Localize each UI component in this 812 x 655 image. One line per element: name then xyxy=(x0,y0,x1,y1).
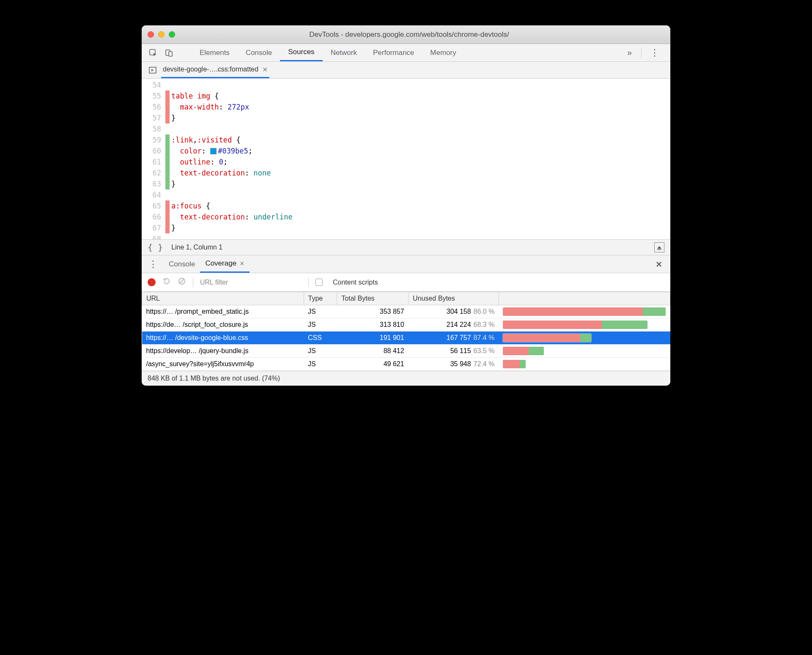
coverage-footer: 848 KB of 1.1 MB bytes are not used. (74… xyxy=(142,371,670,386)
url-filter-input[interactable]: URL filter xyxy=(200,279,302,286)
minimize-icon[interactable] xyxy=(158,31,165,38)
sidebar-toggle-icon[interactable] xyxy=(654,242,664,252)
cell-unused: 35 94872.4 % xyxy=(409,358,499,371)
drawer-tab-bar: ⋮ ConsoleCoverage× × xyxy=(142,255,670,273)
col-total[interactable]: Total Bytes xyxy=(337,292,409,305)
cell-url: https://develop… /jquery-bundle.js xyxy=(142,345,304,358)
cell-url: https://… /devsite-google-blue.css xyxy=(142,332,304,345)
cell-url: https://de… /script_foot_closure.js xyxy=(142,318,304,332)
col-unused[interactable]: Unused Bytes xyxy=(409,292,499,305)
table-row[interactable]: https://de… /script_foot_closure.jsJS313… xyxy=(142,318,670,332)
col-url[interactable]: URL xyxy=(142,292,304,305)
editor-statusbar: { } Line 1, Column 1 xyxy=(142,239,670,255)
svg-rect-4 xyxy=(657,249,661,250)
tab-sources[interactable]: Sources xyxy=(280,44,322,61)
file-tab[interactable]: devsite-google-….css:formatted × xyxy=(161,62,269,78)
cell-bar xyxy=(499,318,670,332)
col-type[interactable]: Type xyxy=(304,292,337,305)
cell-total: 191 901 xyxy=(337,332,409,345)
cell-type: JS xyxy=(304,358,337,371)
cell-url: https://… /prompt_embed_static.js xyxy=(142,305,304,318)
cell-total: 88 412 xyxy=(337,345,409,358)
svg-line-6 xyxy=(180,279,184,283)
content-scripts-checkbox[interactable] xyxy=(315,279,323,286)
drawer-close-icon[interactable]: × xyxy=(652,258,666,270)
navigator-toggle-icon[interactable] xyxy=(148,65,158,75)
main-toolbar: ElementsConsoleSourcesNetworkPerformance… xyxy=(142,44,670,62)
cell-unused: 56 11563.5 % xyxy=(409,345,499,358)
clear-icon[interactable] xyxy=(178,277,186,288)
coverage-table: URL Type Total Bytes Unused Bytes https:… xyxy=(142,292,670,371)
cell-bar xyxy=(499,345,670,358)
tab-performance[interactable]: Performance xyxy=(365,44,422,61)
device-toggle-icon[interactable] xyxy=(163,47,176,59)
maximize-icon[interactable] xyxy=(169,31,175,38)
titlebar: DevTools - developers.google.com/web/too… xyxy=(142,25,670,44)
kebab-menu-icon[interactable]: ⋮ xyxy=(644,47,665,58)
table-row[interactable]: https://… /prompt_embed_static.jsJS353 8… xyxy=(142,305,670,318)
close-icon[interactable] xyxy=(148,31,154,38)
file-tab-bar: devsite-google-….css:formatted × xyxy=(142,62,670,79)
cell-bar xyxy=(499,332,670,345)
cell-unused: 214 22468.3 % xyxy=(409,318,499,332)
cell-type: JS xyxy=(304,318,337,332)
more-tabs-icon[interactable]: » xyxy=(620,48,639,58)
coverage-toolbar: URL filter Content scripts xyxy=(142,273,670,292)
devtools-window: DevTools - developers.google.com/web/too… xyxy=(142,25,670,386)
cell-bar xyxy=(499,358,670,371)
tab-network[interactable]: Network xyxy=(323,44,365,61)
cell-total: 353 857 xyxy=(337,305,409,318)
coverage-gutter xyxy=(165,79,170,239)
content-scripts-label: Content scripts xyxy=(333,279,378,286)
pretty-print-icon[interactable]: { } xyxy=(148,242,163,252)
table-row[interactable]: https://develop… /jquery-bundle.jsJS88 4… xyxy=(142,345,670,358)
table-row[interactable]: /async_survey?site=ylj5ifxusvvmr4pJS49 6… xyxy=(142,358,670,371)
cell-unused: 167 75787.4 % xyxy=(409,332,499,345)
close-icon[interactable]: × xyxy=(263,65,268,74)
divider xyxy=(308,278,309,287)
tab-elements[interactable]: Elements xyxy=(192,44,238,61)
table-row[interactable]: https://… /devsite-google-blue.cssCSS191… xyxy=(142,332,670,345)
file-tab-label: devsite-google-….css:formatted xyxy=(163,66,258,73)
inspect-icon[interactable] xyxy=(147,47,159,59)
cell-bar xyxy=(499,305,670,318)
cursor-position: Line 1, Column 1 xyxy=(171,244,222,251)
cell-type: JS xyxy=(304,305,337,318)
code-editor[interactable]: 545556575859606162636465666768 table img… xyxy=(142,79,670,239)
tab-memory[interactable]: Memory xyxy=(422,44,464,61)
drawer-menu-icon[interactable]: ⋮ xyxy=(146,259,164,270)
svg-rect-2 xyxy=(169,52,172,56)
tab-console[interactable]: Console xyxy=(238,44,280,61)
close-icon[interactable]: × xyxy=(240,259,244,268)
divider xyxy=(193,278,193,287)
main-tabs: ElementsConsoleSourcesNetworkPerformance… xyxy=(192,44,620,61)
line-gutter: 545556575859606162636465666768 xyxy=(142,79,165,239)
window-title: DevTools - developers.google.com/web/too… xyxy=(175,30,664,39)
cell-type: CSS xyxy=(304,332,337,345)
cell-total: 313 810 xyxy=(337,318,409,332)
traffic-lights xyxy=(148,31,175,38)
cell-total: 49 621 xyxy=(337,358,409,371)
drawer-tab-coverage[interactable]: Coverage× xyxy=(200,255,249,273)
cell-unused: 304 15886.0 % xyxy=(409,305,499,318)
code-lines[interactable]: table img { max-width: 272px} :link,:vis… xyxy=(170,79,293,239)
drawer-tab-console[interactable]: Console xyxy=(164,255,200,273)
record-button[interactable] xyxy=(148,278,156,286)
reload-icon[interactable] xyxy=(162,277,171,288)
col-bar[interactable] xyxy=(499,292,670,305)
cell-url: /async_survey?site=ylj5ifxusvvmr4p xyxy=(142,358,304,371)
cell-type: JS xyxy=(304,345,337,358)
